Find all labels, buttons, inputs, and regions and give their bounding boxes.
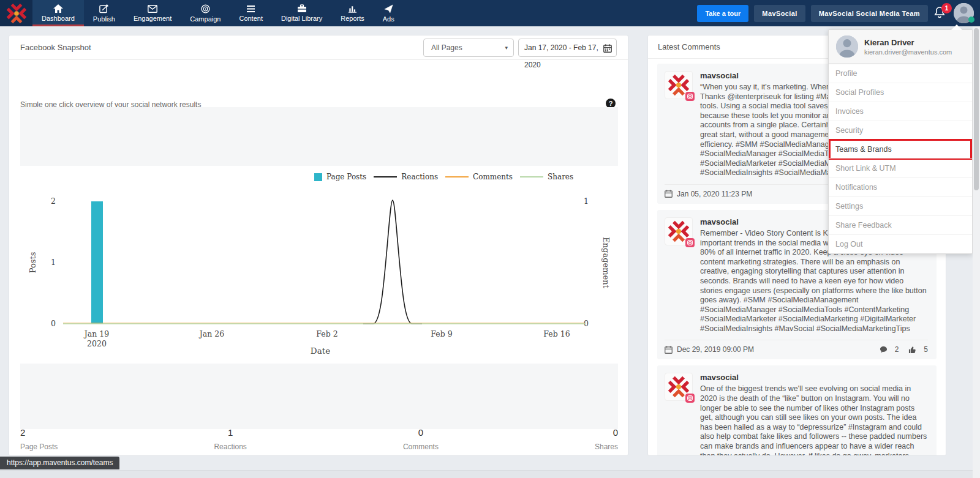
briefcase-icon — [297, 4, 307, 13]
x-tick: Jan 19 — [83, 329, 109, 338]
user-avatar[interactable] — [954, 3, 974, 23]
notifications-bell[interactable]: 1 — [933, 6, 948, 21]
chevron-down-icon: ▾ — [505, 39, 508, 56]
brand-button[interactable]: MavSocial — [754, 5, 805, 22]
menu-item-short-link-utm[interactable]: Short Link & UTM — [829, 159, 972, 177]
menu-item-teams-brands[interactable]: Teams & Brands — [829, 140, 972, 159]
take-a-tour-button[interactable]: Take a tour — [697, 5, 748, 22]
legend-swatch-page-posts — [314, 173, 322, 181]
reply-count[interactable]: 2 — [880, 345, 899, 354]
mavsocial-logo-icon — [6, 3, 27, 24]
nav-label: Ads — [383, 15, 394, 23]
envelope-icon — [148, 5, 157, 13]
legend-item-reactions[interactable]: Reactions — [374, 173, 438, 181]
stat-label: Page Posts — [20, 443, 58, 451]
legend-line-shares — [520, 176, 543, 177]
nav-label: Publish — [93, 15, 115, 23]
legend-item-shares[interactable]: Shares — [520, 173, 573, 181]
legend-label: Reactions — [401, 173, 438, 181]
x-axis-label: Date — [311, 346, 330, 355]
paper-plane-icon — [384, 4, 393, 13]
menu-item-invoices[interactable]: Invoices — [829, 102, 972, 121]
like-count[interactable]: 5 — [908, 345, 928, 354]
nav-label: Campaign — [190, 15, 221, 23]
stat-page-posts: 2 Page Posts — [20, 427, 58, 451]
menu-item-notifications[interactable]: Notifications — [829, 177, 972, 196]
placeholder-band-bottom — [20, 364, 618, 429]
x-tick-year: 2020 — [87, 339, 107, 348]
nav-item-campaign[interactable]: Campaign — [181, 0, 230, 26]
line-reactions[interactable] — [363, 200, 422, 324]
nav-item-content[interactable]: Content — [230, 0, 272, 26]
online-status-dot — [968, 17, 974, 23]
nav-label: Content — [239, 15, 263, 22]
stat-value: 1 — [214, 427, 246, 438]
snapshot-chart[interactable]: 2 1 0 Posts 1 0 Engagement Jan 19 2020 J… — [20, 182, 618, 355]
y-right-axis-label: Engagement — [601, 237, 611, 288]
menu-item-security[interactable]: Security — [829, 121, 972, 140]
comment-avatar — [665, 71, 693, 99]
dropdown-user-email: kieran.driver@maventus.com — [864, 48, 952, 56]
nav-item-engagement[interactable]: Engagement — [124, 0, 181, 26]
user-dropdown-menu: Kieran Driver kieran.driver@maventus.com… — [828, 29, 973, 254]
instagram-badge-icon — [685, 394, 695, 403]
scrollbar-thumb[interactable] — [974, 28, 979, 190]
legend-label: Page Posts — [326, 173, 366, 181]
nav-item-ads[interactable]: Ads — [374, 0, 404, 26]
y-left-tick: 2 — [51, 196, 56, 206]
menu-item-social-profiles[interactable]: Social Profiles — [829, 83, 972, 102]
comment-counts: 2 5 — [880, 345, 928, 354]
stat-value: 0 — [403, 427, 439, 438]
nav-item-reports[interactable]: Reports — [331, 0, 374, 26]
comment-username[interactable]: mavsocial — [700, 373, 928, 382]
like-count-value: 5 — [924, 345, 928, 354]
stat-shares: 0 Shares — [595, 427, 618, 451]
nav-item-publish[interactable]: Publish — [84, 0, 124, 26]
menu-item-log-out[interactable]: Log Out — [829, 234, 972, 253]
top-navigation-bar: Dashboard Publish Engagement Campaign Co… — [0, 0, 980, 26]
reply-count-value: 2 — [895, 345, 899, 354]
legend-item-comments[interactable]: Comments — [445, 173, 513, 181]
menu-item-settings[interactable]: Settings — [829, 196, 972, 215]
summary-stats: 2 Page Posts 1 Reactions 0 Comments 0 Sh… — [20, 427, 618, 451]
notification-badge: 1 — [941, 3, 952, 13]
menu-item-profile[interactable]: Profile — [829, 64, 972, 83]
link-preview-statusbar: https://app.maventus.com/teams — [0, 457, 119, 469]
comment-date: Jan 05, 2020 11:23 PM — [677, 190, 752, 198]
stat-label: Comments — [403, 443, 439, 451]
mavsocial-logo[interactable] — [0, 0, 32, 26]
calendar-icon — [603, 44, 612, 53]
legend-label: Shares — [548, 173, 573, 181]
bar-page-posts[interactable] — [91, 201, 103, 324]
list-icon — [246, 5, 255, 13]
stat-comments: 0 Comments — [403, 427, 439, 451]
legend-item-page-posts[interactable]: Page Posts — [314, 173, 366, 181]
nav-label: Reports — [341, 15, 364, 22]
page-filter-select[interactable]: All Pages ▾ — [423, 39, 514, 57]
comment-footer: Dec 29, 2019 09:00 PM 2 5 — [665, 340, 928, 359]
comment-date: Dec 29, 2019 09:00 PM — [677, 345, 754, 354]
nav-item-dashboard[interactable]: Dashboard — [32, 0, 84, 26]
bottom-band — [0, 470, 980, 478]
comment-card[interactable]: mavsocial One of the biggest trends we'l… — [657, 365, 937, 456]
app-window: Dashboard Publish Engagement Campaign Co… — [0, 0, 980, 478]
date-range-picker[interactable]: Jan 17, 2020 - Feb 17, 2020 — [518, 39, 617, 57]
x-tick: Feb 2 — [316, 329, 337, 338]
stat-label: Shares — [595, 443, 618, 451]
menu-item-share-feedback[interactable]: Share Feedback — [829, 215, 972, 234]
stat-reactions: 1 Reactions — [214, 427, 246, 451]
dropdown-caret — [951, 24, 962, 30]
comment-avatar — [665, 373, 693, 401]
vertical-scrollbar[interactable] — [973, 26, 980, 478]
nav-label: Engagement — [134, 15, 172, 22]
nav-item-digital-library[interactable]: Digital Library — [272, 0, 331, 26]
date-range-value: Jan 17, 2020 - Feb 17, 2020 — [524, 43, 598, 69]
nav-label: Dashboard — [42, 15, 75, 22]
y-left-tick: 0 — [51, 319, 56, 328]
facebook-snapshot-panel: Facebook Snapshot All Pages ▾ Jan 17, 20… — [9, 35, 628, 456]
placeholder-band-top — [20, 107, 618, 166]
dropdown-user-header: Kieran Driver kieran.driver@maventus.com — [829, 30, 972, 64]
comment-text: One of the biggest trends we'll see evol… — [700, 384, 928, 456]
team-selector-button[interactable]: MavSocial Social Media Team — [811, 5, 928, 22]
calendar-icon — [665, 346, 673, 354]
